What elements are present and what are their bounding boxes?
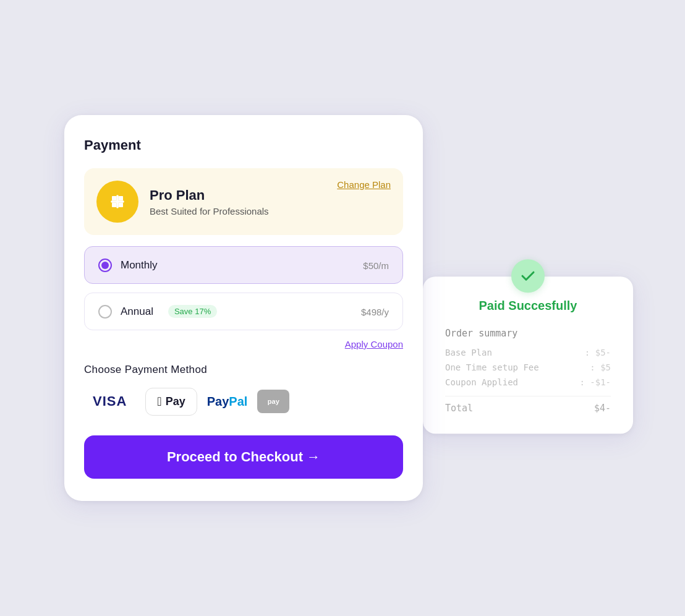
checkmark-icon — [519, 267, 537, 284]
setup-fee-label: One Time setup Fee — [445, 362, 539, 372]
plan-banner: Pro Plan Best Suited for Professionals C… — [84, 168, 403, 235]
base-plan-label: Base Plan — [445, 348, 492, 357]
billing-annual-label: Annual — [121, 306, 153, 318]
applepay-label: Pay — [166, 395, 185, 408]
apply-coupon-wrapper: Apply Coupon — [84, 339, 403, 350]
plan-icon-svg — [106, 190, 129, 213]
radio-monthly-inner — [101, 262, 109, 269]
applepay-method[interactable]:  Pay — [145, 388, 197, 416]
svg-rect-6 — [116, 195, 119, 208]
order-summary-title: Order summary — [445, 328, 611, 339]
radio-annual — [98, 305, 112, 319]
success-check-wrapper — [445, 259, 611, 293]
plan-banner-left: Pro Plan Best Suited for Professionals — [96, 181, 269, 223]
billing-monthly-left: Monthly — [98, 259, 158, 272]
base-plan-value: : $5- — [585, 348, 611, 357]
billing-monthly-price: $50/m — [363, 258, 389, 272]
svg-rect-4 — [119, 203, 123, 207]
billing-annual-left: Annual Save 17% — [98, 305, 217, 319]
order-row-setup: One Time setup Fee : $5 — [445, 362, 611, 372]
setup-fee-value: : $5 — [590, 362, 611, 372]
svg-rect-2 — [119, 196, 123, 200]
visa-method[interactable]: VISA — [84, 387, 135, 416]
payment-methods: VISA  Pay PayPal pay — [84, 387, 403, 416]
billing-annual-price: $498/y — [361, 304, 389, 319]
order-row-coupon: Coupon Applied : -$1- — [445, 377, 611, 387]
plan-icon — [96, 181, 138, 223]
coupon-value: : -$1- — [579, 377, 611, 387]
amazon-pay-label: pay — [268, 398, 279, 405]
amazon-pay-method[interactable]: pay — [257, 390, 289, 413]
total-label: Total — [445, 403, 473, 414]
billing-annual[interactable]: Annual Save 17% $498/y — [84, 293, 403, 330]
coupon-label: Coupon Applied — [445, 377, 518, 387]
checkout-button[interactable]: Proceed to Checkout → — [84, 435, 403, 479]
billing-monthly[interactable]: Monthly $50/m — [84, 246, 403, 284]
order-total: Total $4- — [445, 396, 611, 414]
save-badge: Save 17% — [168, 305, 217, 318]
billing-monthly-label: Monthly — [121, 259, 158, 272]
plan-info: Pro Plan Best Suited for Professionals — [150, 187, 269, 216]
svg-rect-3 — [112, 203, 116, 207]
success-title: Paid Succesfully — [445, 299, 611, 313]
apple-icon:  — [157, 395, 161, 409]
apply-coupon-link[interactable]: Apply Coupon — [345, 339, 403, 349]
payment-title: Payment — [84, 137, 403, 153]
total-value: $4- — [594, 403, 611, 414]
order-row-base: Base Plan : $5- — [445, 348, 611, 357]
paypal-method[interactable]: PayPal — [207, 395, 248, 409]
svg-rect-1 — [112, 196, 116, 200]
payment-method-title: Choose Payment Method — [84, 364, 403, 376]
plan-description: Best Suited for Professionals — [150, 206, 269, 216]
radio-monthly — [98, 259, 112, 272]
success-card: Paid Succesfully Order summary Base Plan… — [423, 276, 633, 434]
plan-name: Pro Plan — [150, 187, 269, 203]
success-check-circle — [511, 259, 545, 293]
payment-card: Payment — [64, 115, 423, 501]
change-plan-link[interactable]: Change Plan — [337, 179, 391, 190]
